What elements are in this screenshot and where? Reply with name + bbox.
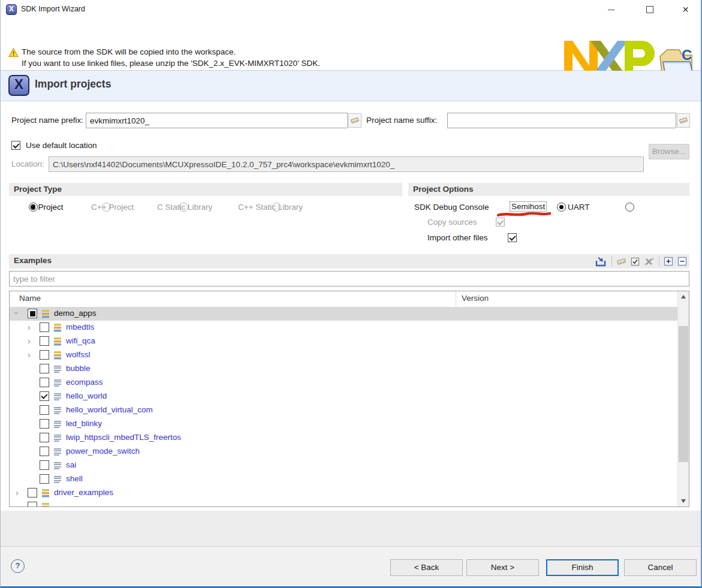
tree-row-driver-examples[interactable]: › driver_examples [10,486,677,500]
examples-header: Examples [9,254,689,269]
next-button[interactable]: Next > [466,559,539,576]
toolbar-separator [611,257,612,266]
page-title: Import projects [35,78,111,91]
chevron-right-icon[interactable]: › [28,336,31,345]
row-checkbox[interactable] [40,322,49,332]
row-checkbox[interactable] [40,378,49,387]
maximize-button[interactable] [636,0,663,19]
scroll-down-button[interactable] [678,496,689,506]
tree-row-led-blinky[interactable]: led_blinky [10,417,677,431]
radio-uart[interactable] [625,203,634,212]
row-checkbox[interactable] [40,447,49,456]
row-label[interactable]: bubble [66,364,91,373]
row-checkbox[interactable] [40,460,49,470]
prefix-clear-button[interactable] [348,113,361,128]
close-icon: ✕ [682,5,689,14]
tree-row-clipped[interactable] [10,500,677,506]
row-checkbox[interactable] [40,350,49,360]
tree-row-wifi-qca[interactable]: › wifi_qca [10,334,677,348]
tree-row-shell[interactable]: shell [10,472,677,486]
prefix-input[interactable] [86,113,348,128]
category-icon [54,337,61,346]
scrollbar-thumb[interactable] [679,326,688,462]
column-header-name[interactable]: Name [19,294,41,303]
chevron-right-icon[interactable]: › [28,322,31,331]
row-checkbox[interactable] [40,336,49,346]
tree-row-lwip-httpscli-mbedtls-freertos[interactable]: lwip_httpscli_mbedTLS_freertos [10,431,677,445]
category-icon [42,502,49,506]
tree-row-bubble[interactable]: bubble [10,362,677,376]
row-label[interactable]: sai [66,460,76,469]
row-label[interactable]: hello_world_virtual_com [66,405,153,414]
row-checkbox[interactable] [28,502,37,506]
vertical-scrollbar[interactable] [677,291,689,506]
row-checkbox[interactable] [40,405,49,415]
row-checkbox[interactable] [28,488,37,497]
row-checkbox[interactable] [40,474,49,484]
row-checkbox[interactable] [28,309,37,318]
chevron-down-icon[interactable]: › [13,312,22,315]
row-label[interactable]: lwip_httpscli_mbedTLS_freertos [66,433,181,442]
tree-row-hello-world[interactable]: hello_world [10,390,677,403]
sdk-debug-console-label: SDK Debug Console [414,203,489,212]
tree-row-ecompass[interactable]: ecompass [10,376,677,390]
suffix-input[interactable] [447,113,676,128]
category-icon [42,309,49,318]
scroll-down-icon [681,499,686,503]
project-type-header: Project Type [9,183,402,196]
select-all-checkbox-icon[interactable] [631,257,640,266]
category-icon [54,351,61,360]
radio-semihost[interactable] [557,203,566,212]
filter-input[interactable] [9,271,689,287]
row-checkbox[interactable] [40,433,49,442]
clear-filter-eraser-icon[interactable] [616,257,626,266]
expand-all-icon[interactable] [664,257,673,266]
maximize-icon [646,6,653,13]
radio-semihost-label[interactable]: Semihost [510,202,546,211]
tree-row-hello-world-virtual-com[interactable]: hello_world_virtual_com [10,403,677,417]
tree-row-power-mode-switch[interactable]: power_mode_switch [10,445,677,459]
use-default-location-checkbox[interactable] [11,141,20,150]
tree-row-demo-apps[interactable]: › demo_apps [10,307,677,321]
cancel-button[interactable]: Cancel [624,559,697,576]
copy-sources-label: Copy sources [427,218,477,227]
help-button[interactable]: ? [11,559,25,573]
row-label[interactable]: hello_world [66,391,107,400]
mcuxpresso-app-icon: X [6,4,17,15]
button-bar: ? < Back Next > Finish Cancel [1,546,701,585]
row-label[interactable]: wolfssl [66,350,91,359]
finish-button[interactable]: Finish [546,559,619,576]
tree-row-wolfssl[interactable]: › wolfssl [10,348,677,362]
column-header-version[interactable]: Version [462,294,489,303]
row-label[interactable]: power_mode_switch [66,447,140,456]
row-label[interactable]: ecompass [66,378,103,387]
back-button[interactable]: < Back [390,559,463,576]
tree-row-sai[interactable]: sai [10,459,677,472]
row-label[interactable]: driver_examples [54,488,113,497]
minimize-button[interactable] [598,0,625,19]
minimize-icon [608,10,614,10]
collapse-all-icon[interactable] [677,257,687,266]
row-checkbox[interactable] [40,391,49,401]
close-button[interactable]: ✕ [672,0,699,19]
chevron-right-icon[interactable]: › [16,488,19,497]
scroll-up-button[interactable] [678,291,689,302]
row-checkbox[interactable] [40,419,49,429]
wizard-header: The source from the SDK will be copied i… [1,19,701,71]
column-divider[interactable] [456,291,456,306]
row-label[interactable]: demo_apps [54,309,97,318]
row-label[interactable]: led_blinky [66,419,102,428]
chevron-right-icon[interactable]: › [28,350,31,359]
row-checkbox[interactable] [40,364,49,373]
tree-row-mbedtls[interactable]: › mbedtls [10,321,677,334]
window-title: SDK Import Wizard [21,5,85,13]
row-label[interactable]: mbedtls [66,322,94,331]
suffix-clear-button[interactable] [677,113,690,128]
red-underline-annotation [497,211,551,218]
import-other-files-checkbox[interactable] [508,233,517,242]
row-label[interactable]: shell [66,474,83,483]
suffix-label: Project name suffix: [366,116,437,125]
import-example-icon[interactable] [595,257,607,267]
title-bar: X SDK Import Wizard ✕ [1,0,701,19]
row-label[interactable]: wifi_qca [66,336,95,345]
